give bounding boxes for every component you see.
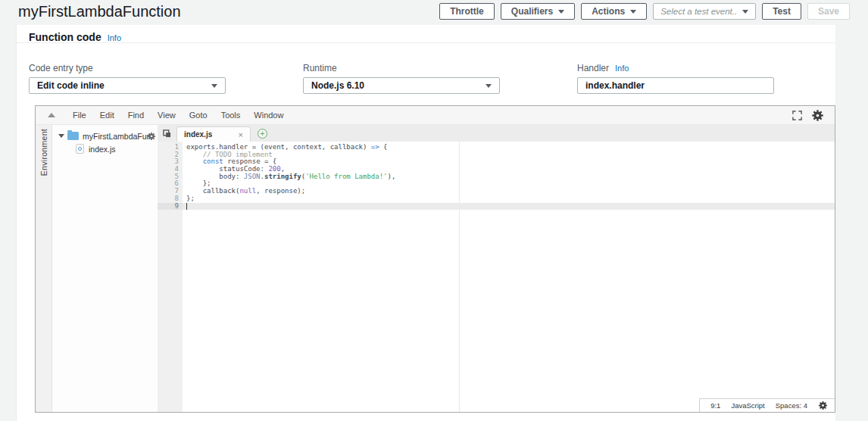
- code-editor: File Edit Find View Goto Tools Window: [35, 105, 835, 413]
- code-line[interactable]: callback(null, response);: [183, 188, 835, 195]
- code-line[interactable]: exports.handler = (event, context, callb…: [183, 144, 835, 151]
- new-tab-plus-icon[interactable]: +: [258, 129, 267, 139]
- handler-label: Handler: [577, 63, 609, 73]
- code-line[interactable]: [183, 203, 835, 210]
- editor-status-bar: 9:1 JavaScript Spaces: 4: [699, 398, 835, 412]
- menu-view[interactable]: View: [151, 111, 183, 120]
- gutter-line-number[interactable]: 1: [158, 144, 183, 151]
- runtime-select[interactable]: Node.js 6.10: [303, 77, 500, 94]
- test-button[interactable]: Test: [762, 3, 801, 20]
- folder-icon: [67, 132, 79, 140]
- text-cursor: [186, 203, 187, 210]
- tree-file-name: index.js: [89, 145, 116, 154]
- cursor-position[interactable]: 9:1: [710, 401, 720, 410]
- code-token: };: [186, 179, 211, 187]
- code-entry-type-value: Edit code inline: [37, 80, 105, 91]
- runtime-value: Node.js 6.10: [311, 80, 364, 91]
- throttle-button[interactable]: Throttle: [439, 3, 495, 20]
- code-line[interactable]: // TODO implement: [183, 151, 835, 159]
- handler-field: Handler Info: [577, 63, 774, 94]
- handler-input-wrap: [577, 77, 774, 94]
- code-token: stringify: [264, 173, 301, 180]
- function-code-panel: Function code Info Code entry type Edit …: [16, 25, 835, 421]
- gutter-line-number[interactable]: 8: [158, 195, 183, 203]
- menu-goto[interactable]: Goto: [183, 111, 214, 120]
- gutter-line-number[interactable]: 7: [158, 188, 183, 195]
- qualifiers-button[interactable]: Qualifiers: [501, 3, 575, 20]
- gutter-line-number[interactable]: 9: [158, 203, 183, 210]
- qualifiers-button-label: Qualifiers: [511, 6, 553, 17]
- code-token: =>: [371, 143, 379, 151]
- menu-file[interactable]: File: [66, 111, 93, 120]
- tab-close-icon[interactable]: ×: [239, 130, 243, 139]
- indentation-setting[interactable]: Spaces: 4: [776, 401, 807, 410]
- function-code-info-link[interactable]: Info: [108, 33, 121, 42]
- menu-find[interactable]: Find: [121, 111, 151, 120]
- editor-main: index.js × + 123456789 exports.handler =…: [158, 125, 835, 412]
- gutter-line-number[interactable]: 4: [158, 166, 183, 173]
- menubar-right: [792, 109, 827, 122]
- panel-header: Function code Info: [17, 25, 835, 43]
- test-event-placeholder: Select a test event..: [660, 7, 737, 16]
- editor-settings-gear-icon[interactable]: [811, 109, 824, 122]
- code-token: JSON: [244, 173, 261, 180]
- tab-index-js[interactable]: index.js ×: [176, 126, 251, 142]
- code-token: const: [203, 157, 223, 165]
- code-token: body:: [186, 173, 244, 180]
- handler-info-link[interactable]: Info: [615, 64, 629, 73]
- save-button-label: Save: [818, 6, 839, 17]
- handler-input[interactable]: [585, 80, 766, 91]
- chevron-down-icon: [630, 10, 636, 14]
- code-line[interactable]: };: [183, 195, 835, 203]
- menu-tools[interactable]: Tools: [214, 111, 248, 120]
- gutter-line-number[interactable]: 3: [158, 158, 183, 166]
- code-token: , response);: [256, 187, 305, 195]
- code-lines[interactable]: exports.handler = (event, context, callb…: [183, 142, 835, 412]
- folder-settings-gear-icon[interactable]: [147, 132, 156, 141]
- chevron-down-icon: [486, 84, 492, 88]
- code-token: {: [379, 143, 388, 151]
- test-event-select[interactable]: Select a test event..: [653, 3, 756, 20]
- runtime-label: Runtime: [303, 63, 500, 73]
- actions-button-label: Actions: [592, 6, 625, 17]
- code-token: ),: [388, 173, 396, 180]
- runtime-field: Runtime Node.js 6.10: [303, 63, 500, 94]
- code-token: };: [186, 195, 195, 202]
- editor-menubar: File Edit Find View Goto Tools Window: [36, 106, 835, 125]
- tree-file-row[interactable]: index.js: [52, 142, 162, 155]
- menu-window[interactable]: Window: [247, 111, 290, 120]
- environment-tab[interactable]: Environment: [39, 129, 48, 176]
- code-token: // TODO implement: [186, 151, 273, 158]
- gutter-line-number[interactable]: 5: [158, 173, 183, 181]
- language-mode[interactable]: JavaScript: [731, 401, 764, 410]
- code-line[interactable]: body: JSON.stringify('Hello from Lambda!…: [183, 173, 835, 181]
- tree-folder-row[interactable]: myFirstLambdaFunction: [52, 129, 162, 142]
- environment-tab-strip: Environment: [36, 125, 52, 412]
- code-token: 'Hello from Lambda!': [305, 173, 387, 180]
- file-tree: myFirstLambdaFunction: [52, 125, 162, 412]
- chevron-down-icon: [558, 10, 564, 14]
- environment-pane: Environment myFirstLambdaFunction: [36, 125, 158, 412]
- code-token: [186, 157, 203, 165]
- editor-body: Environment myFirstLambdaFunction: [36, 125, 835, 412]
- code-entry-type-select[interactable]: Edit code inline: [29, 77, 226, 94]
- gutter-line-number[interactable]: 6: [158, 180, 183, 188]
- gutter-line-number[interactable]: 2: [158, 151, 183, 159]
- tree-folder-name: myFirstLambdaFunction: [83, 132, 149, 141]
- gutter: 123456789: [158, 142, 183, 412]
- tree-expand-caret-icon[interactable]: [58, 134, 64, 138]
- save-button[interactable]: Save: [807, 3, 850, 20]
- test-button-label: Test: [773, 6, 791, 17]
- code-token: null: [239, 187, 256, 195]
- js-file-icon: [76, 144, 84, 154]
- code-area: 123456789 exports.handler = (event, cont…: [158, 142, 835, 412]
- menu-edit[interactable]: Edit: [93, 111, 121, 120]
- actions-button[interactable]: Actions: [581, 3, 647, 20]
- code-token: ,: [281, 165, 285, 173]
- collapse-editor-icon[interactable]: [48, 113, 55, 117]
- fullscreen-icon[interactable]: [792, 110, 803, 121]
- statusbar-gear-icon[interactable]: [818, 401, 828, 410]
- code-entry-type-label: Code entry type: [29, 63, 226, 73]
- tab-list-icon[interactable]: [163, 129, 171, 138]
- code-token: statusCode:: [186, 165, 268, 173]
